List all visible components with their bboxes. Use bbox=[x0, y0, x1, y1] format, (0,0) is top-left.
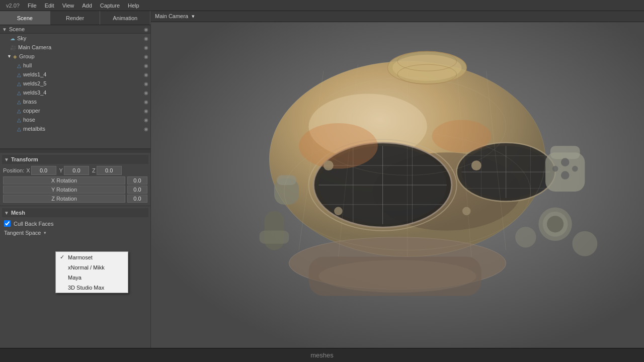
svg-point-53 bbox=[471, 160, 481, 170]
hull-visibility-icon[interactable]: ◉ bbox=[144, 63, 148, 68]
welds1-visibility-icon[interactable]: ◉ bbox=[144, 72, 148, 77]
z-rotation-input[interactable] bbox=[127, 195, 147, 203]
camera-visibility-icon[interactable]: ◉ bbox=[144, 45, 148, 50]
scene-root-header[interactable]: ▼ Scene ◉ bbox=[0, 25, 150, 34]
3dsmax-label: 3D Studio Max bbox=[68, 285, 104, 291]
app-title: v2.0? bbox=[2, 2, 24, 10]
tree-item-hose[interactable]: △ hose ◉ bbox=[0, 115, 150, 124]
transform-header[interactable]: ▼ Transform bbox=[2, 155, 148, 164]
tangent-option-xnormal[interactable]: xNormal / Mikk bbox=[56, 262, 128, 273]
mesh-section-label: Mesh bbox=[11, 210, 25, 216]
svg-point-52 bbox=[462, 207, 471, 216]
menu-bar: v2.0? File Edit View Add Capture Help bbox=[0, 0, 644, 11]
welds1-label: welds1_4 bbox=[23, 71, 144, 77]
hose-visibility-icon[interactable]: ◉ bbox=[144, 117, 148, 123]
tangent-option-marmoset[interactable]: ✓ Marmoset bbox=[56, 252, 128, 262]
camera-icon: 🎥 bbox=[10, 45, 16, 50]
tangent-option-maya[interactable]: Maya bbox=[56, 273, 128, 283]
x-rotation-input[interactable] bbox=[127, 176, 147, 185]
scene-root-label: Scene bbox=[9, 26, 25, 32]
menu-capture[interactable]: Capture bbox=[96, 2, 124, 10]
tangent-space-row: Tangent Space ▾ bbox=[2, 229, 148, 237]
tab-render[interactable]: Render bbox=[50, 11, 101, 25]
scene-collapse-icon[interactable]: ▼ bbox=[2, 27, 7, 32]
svg-rect-31 bbox=[550, 146, 580, 159]
tree-item-metalbits[interactable]: △ metalbits ◉ bbox=[0, 124, 150, 133]
tree-item-sky[interactable]: ☁ Sky ◉ bbox=[0, 34, 150, 43]
tree-item-brass[interactable]: △ brass ◉ bbox=[0, 97, 150, 106]
scene-visibility-icon[interactable]: ◉ bbox=[144, 27, 148, 32]
x-rotation-slider[interactable]: X Rotation bbox=[3, 176, 125, 185]
scene-tree: ▼ Scene ◉ ☁ Sky ◉ 🎥 Main Camera ◉ ▼ ◈ Gr… bbox=[0, 25, 150, 149]
transform-collapse-icon[interactable]: ▼ bbox=[4, 157, 9, 162]
mesh-header[interactable]: ▼ Mesh bbox=[2, 208, 148, 217]
camera-dropdown-icon[interactable]: ▾ bbox=[192, 13, 195, 19]
svg-point-50 bbox=[324, 160, 334, 170]
tab-animation[interactable]: Animation bbox=[100, 11, 150, 25]
svg-point-48 bbox=[299, 123, 378, 169]
welds3-label: welds3_4 bbox=[23, 89, 144, 96]
sky-visibility-icon[interactable]: ◉ bbox=[144, 36, 148, 41]
copper-visibility-icon[interactable]: ◉ bbox=[144, 108, 148, 114]
mesh-collapse-icon[interactable]: ▼ bbox=[4, 210, 9, 216]
hose-label: hose bbox=[23, 117, 144, 123]
status-bar: meshes bbox=[0, 348, 644, 362]
copper-mesh-icon: △ bbox=[17, 108, 21, 114]
brass-mesh-icon: △ bbox=[17, 99, 21, 105]
tangent-option-3dsmax[interactable]: 3D Studio Max bbox=[56, 283, 128, 293]
welds2-visibility-icon[interactable]: ◉ bbox=[144, 81, 148, 86]
group-visibility-icon[interactable]: ◉ bbox=[144, 54, 148, 59]
menu-add[interactable]: Add bbox=[78, 2, 96, 10]
position-x-input[interactable] bbox=[31, 166, 56, 175]
menu-view[interactable]: View bbox=[58, 2, 78, 10]
welds2-mesh-icon: △ bbox=[17, 81, 21, 86]
brass-visibility-icon[interactable]: ◉ bbox=[144, 99, 148, 105]
cull-back-faces-checkbox[interactable] bbox=[4, 220, 11, 227]
tree-item-welds2[interactable]: △ welds2_5 ◉ bbox=[0, 79, 150, 88]
z-rotation-slider[interactable]: Z Rotation bbox=[3, 195, 125, 203]
position-label: Position: bbox=[3, 167, 24, 173]
position-y-label: Y bbox=[59, 167, 63, 173]
position-z-input[interactable] bbox=[97, 166, 122, 175]
cull-back-faces-label[interactable]: Cull Back Faces bbox=[14, 221, 53, 227]
viewport[interactable] bbox=[151, 22, 644, 348]
camera-bar: Main Camera ▾ bbox=[151, 11, 644, 22]
y-rotation-slider[interactable]: Y Rotation bbox=[3, 186, 125, 194]
metalbits-visibility-icon[interactable]: ◉ bbox=[144, 126, 148, 132]
tree-item-welds1[interactable]: △ welds1_4 ◉ bbox=[0, 70, 150, 79]
group-collapse-icon[interactable]: ▼ bbox=[7, 54, 12, 59]
position-y-group: Y bbox=[59, 166, 89, 175]
menu-file[interactable]: File bbox=[24, 2, 41, 10]
welds1-mesh-icon: △ bbox=[17, 72, 21, 77]
tab-scene[interactable]: Scene bbox=[0, 11, 50, 25]
position-z-group: Z bbox=[92, 166, 122, 175]
svg-point-35 bbox=[572, 166, 578, 172]
svg-point-39 bbox=[318, 260, 476, 293]
group-icon: ◈ bbox=[13, 54, 17, 59]
position-z-label: Z bbox=[92, 167, 96, 173]
left-panel: Scene Render Animation ▼ Scene ◉ ☁ Sky ◉… bbox=[0, 11, 151, 362]
tree-item-hull[interactable]: △ hull ◉ bbox=[0, 61, 150, 70]
menu-edit[interactable]: Edit bbox=[41, 2, 58, 10]
svg-point-34 bbox=[552, 166, 558, 172]
svg-point-58 bbox=[515, 227, 536, 248]
menu-help[interactable]: Help bbox=[124, 2, 143, 10]
copper-label: copper bbox=[23, 108, 144, 114]
position-x-group: X bbox=[26, 166, 56, 175]
position-y-input[interactable] bbox=[64, 166, 89, 175]
tangent-dropdown-chevron: ▾ bbox=[44, 230, 46, 235]
tree-item-welds3[interactable]: △ welds3_4 ◉ bbox=[0, 88, 150, 97]
tree-item-copper[interactable]: △ copper ◉ bbox=[0, 106, 150, 115]
tree-item-camera[interactable]: 🎥 Main Camera ◉ bbox=[0, 43, 150, 52]
hose-mesh-icon: △ bbox=[17, 117, 21, 123]
y-rotation-row: Y Rotation bbox=[2, 186, 148, 194]
sky-label: Sky bbox=[17, 35, 144, 41]
svg-rect-60 bbox=[260, 231, 289, 244]
transform-section-label: Transform bbox=[11, 156, 38, 162]
svg-point-56 bbox=[547, 216, 564, 232]
cull-back-faces-row: Cull Back Faces bbox=[2, 219, 148, 228]
y-rotation-input[interactable] bbox=[127, 186, 147, 194]
welds3-visibility-icon[interactable]: ◉ bbox=[144, 90, 148, 96]
tree-item-group[interactable]: ▼ ◈ Group ◉ bbox=[0, 52, 150, 61]
x-rotation-row: X Rotation bbox=[2, 176, 148, 185]
